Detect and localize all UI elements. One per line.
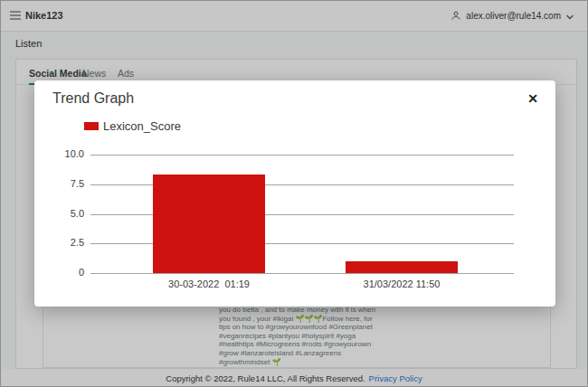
trend-graph-modal: Trend Graph ✕ Lexicon_Score 02.55.07.510… [34,80,555,307]
gridline [90,155,514,156]
y-axis-tick-label: 10.0 [34,148,84,159]
legend-label: Lexicon_Score [103,119,181,133]
chart-legend: Lexicon_Score [84,119,181,133]
legend-swatch [84,122,99,130]
chart-bar[interactable] [346,261,458,273]
y-axis-tick-label: 5.0 [34,208,84,219]
y-axis-tick-label: 2.5 [34,237,84,248]
y-axis-tick-label: 7.5 [34,178,84,189]
x-axis-tick-label: 31/03/2022 11:50 [311,278,492,289]
y-axis-tick-label: 0 [34,267,84,278]
trend-bar-chart: Lexicon_Score 02.55.07.510.030-03-2022 0… [34,80,555,307]
x-axis-tick-label: 30-03-2022 01:19 [119,278,299,289]
gridline [90,273,514,274]
chart-bar[interactable] [153,175,265,273]
app-window: { "topbar": { "brand": "Nike123", "user_… [0,0,588,387]
